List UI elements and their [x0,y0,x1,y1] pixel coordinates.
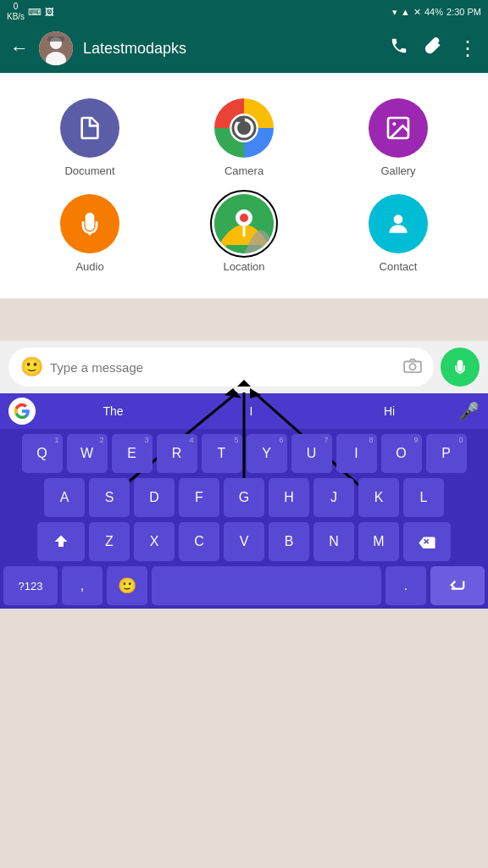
chat-area [0,298,488,341]
attach-label-document: Document [64,164,114,177]
svg-point-22 [409,364,415,370]
keyboard-icon: ⌨ [28,7,42,18]
attach-circle-gallery [369,98,428,158]
space-key[interactable] [152,566,381,605]
status-right: ▾ ▲ ✕ 44% 2:30 PM [392,7,481,18]
attachment-panel: Document Camera [0,73,488,298]
status-left: 0KB/s ⌨ 🖼 [7,2,54,22]
time-text: 2:30 PM [446,7,481,17]
keyboard-suggestions-row: The I Hi 🎤 [0,393,488,429]
attach-label-audio: Audio [75,260,103,273]
key-comma[interactable]: , [62,566,103,605]
key-i[interactable]: 8I [336,434,377,473]
key-emoji[interactable]: 🙂 [107,566,147,605]
key-h[interactable]: H [269,478,309,517]
suggestion-i[interactable]: I [182,404,320,418]
svg-point-6 [237,121,251,135]
key-num-switch[interactable]: ?123 [3,566,58,605]
signal-icon: ▲ [401,7,410,17]
key-k[interactable]: K [358,478,399,517]
status-bar: 0KB/s ⌨ 🖼 ▾ ▲ ✕ 44% 2:30 PM [0,0,488,24]
attach-item-location[interactable]: Location [214,194,274,273]
key-b[interactable]: B [269,522,309,561]
key-u[interactable]: 7U [291,434,332,473]
emoji-icon[interactable]: 🙂 [20,356,43,378]
google-logo [8,398,36,425]
header-icons: ⋮ [390,36,478,60]
more-icon[interactable]: ⋮ [458,36,478,60]
key-s[interactable]: S [89,478,130,517]
key-t[interactable]: 5T [202,434,242,473]
avatar[interactable] [39,31,73,65]
chat-title[interactable]: Latestmodapks [83,40,380,58]
key-q[interactable]: 1Q [22,434,63,473]
key-x[interactable]: X [134,522,175,561]
camera-input-icon[interactable] [403,358,422,377]
key-p[interactable]: 0P [426,434,467,473]
attach-item-audio[interactable]: Audio [60,194,119,273]
attach-circle-document [60,98,119,158]
attach-label-camera: Camera [225,164,263,177]
no-signal-icon: ✕ [413,7,421,18]
keyboard-rows: 1Q 2W 3E 4R 5T 6Y 7U 8I 9O 0P A S D F G … [0,429,488,609]
attach-circle-audio [60,194,119,253]
attach-label-contact: Contact [380,260,418,273]
key-row-3: Z X C V B N M [3,522,485,561]
key-n[interactable]: N [313,522,354,561]
suggestion-the[interactable]: The [44,404,182,418]
key-w[interactable]: 2W [67,434,108,473]
key-period[interactable]: . [385,566,426,605]
key-v[interactable]: V [224,522,264,561]
enter-key[interactable] [430,566,485,605]
back-button[interactable]: ← [10,37,29,59]
chat-header: ← Latestmodapks ⋮ [0,24,488,73]
key-row-4: ?123 , 🙂 . [3,566,485,605]
key-a[interactable]: A [44,478,85,517]
key-row-2: A S D F G H J K L [3,478,485,517]
attachment-panel-wrapper: Document Camera [0,73,488,298]
shift-key[interactable] [37,522,85,561]
keyboard[interactable]: The I Hi 🎤 1Q 2W 3E 4R 5T 6Y 7U 8I 9O 0P… [0,393,488,609]
attach-circle-location [214,194,274,253]
svg-point-14 [394,214,403,224]
key-o[interactable]: 9O [381,434,422,473]
key-e[interactable]: 3E [112,434,152,473]
suggestion-hi[interactable]: Hi [320,404,458,418]
attach-label-location: Location [223,260,264,273]
key-z[interactable]: Z [89,522,130,561]
key-r[interactable]: 4R [157,434,197,473]
attach-item-contact[interactable]: Contact [369,194,428,273]
key-l[interactable]: L [403,478,444,517]
mic-button[interactable] [441,348,480,387]
svg-point-9 [392,122,396,125]
backspace-key[interactable] [403,522,451,561]
message-input-row: 🙂 [0,341,488,393]
screenshot-icon: 🖼 [45,7,54,17]
phone-icon[interactable] [390,36,408,60]
attach-item-gallery[interactable]: Gallery [369,98,428,177]
key-j[interactable]: J [313,478,354,517]
wifi-icon: ▾ [392,7,397,18]
key-y[interactable]: 6Y [247,434,287,473]
attach-circle-camera [214,98,274,158]
attach-label-gallery: Gallery [380,164,415,177]
data-speed: 0KB/s [7,2,25,22]
key-f[interactable]: F [179,478,219,517]
message-input[interactable] [50,360,396,375]
key-d[interactable]: D [134,478,175,517]
attach-item-camera[interactable]: Camera [214,98,274,177]
keyboard-mic-icon[interactable]: 🎤 [458,401,480,421]
battery-text: 44% [424,7,443,17]
key-c[interactable]: C [179,522,219,561]
attach-item-document[interactable]: Document [60,98,119,177]
message-input-box: 🙂 [8,348,434,387]
svg-rect-7 [236,118,245,122]
key-m[interactable]: M [358,522,399,561]
svg-point-13 [240,214,248,222]
attach-circle-contact [369,194,428,253]
svg-rect-3 [47,36,64,42]
key-row-1: 1Q 2W 3E 4R 5T 6Y 7U 8I 9O 0P [3,434,485,473]
key-g[interactable]: G [224,478,264,517]
attach-icon[interactable] [424,36,442,60]
